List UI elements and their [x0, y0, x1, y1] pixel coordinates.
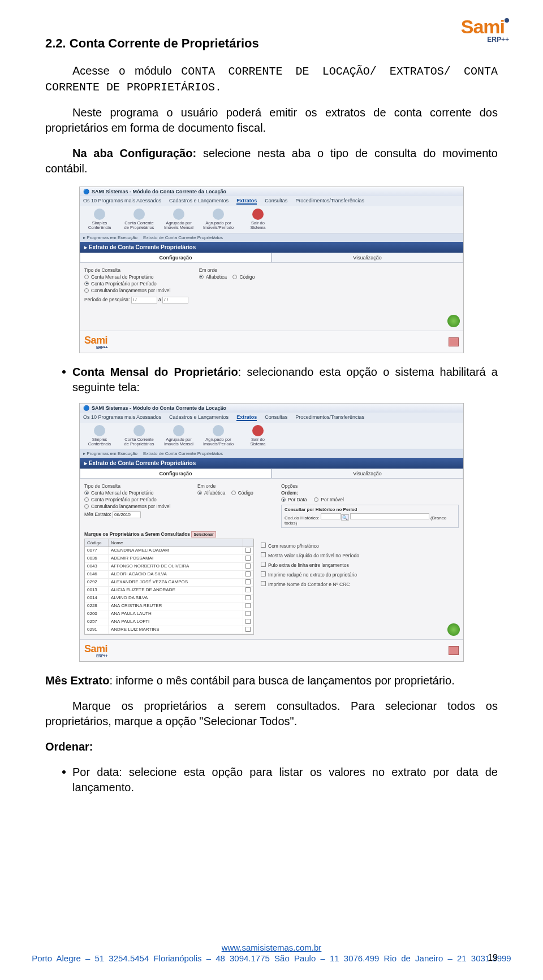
page-footer: www.samisistemas.com.br Porto Alegre – 5…	[0, 943, 543, 963]
footer-link[interactable]: www.samisistemas.com.br	[222, 943, 322, 952]
page-number: 19	[488, 953, 498, 963]
panel-title: ▸ Extrato de Conta Corrente Proprietário…	[80, 242, 463, 253]
menubar: Os 10 Programas mais Acessados Cadastros…	[80, 196, 463, 206]
confirm-icon	[447, 315, 460, 327]
screenshot-2: 🔵SAMI Sistemas - Módulo do Conta Corrent…	[79, 403, 464, 662]
ordenar-label: Ordenar:	[45, 739, 498, 754]
bullet-2: Por data: selecione esta opção para list…	[62, 765, 498, 795]
marque-para: Marque os proprietários a serem consulta…	[45, 699, 498, 729]
screenshot-1: 🔵SAMI Sistemas - Módulo do Conta Corrent…	[79, 187, 464, 353]
section-heading: 2.2. Conta Corrente de Proprietários	[45, 36, 498, 51]
exec-tabs: ▸ Programas em Execução Extrato de Conta…	[80, 233, 463, 242]
paragraph-2: Neste programa o usuário poderá emitir o…	[45, 105, 498, 136]
bullet-1: Conta Mensal do Proprietário: selecionan…	[62, 365, 498, 395]
window-title: 🔵SAMI Sistemas - Módulo do Conta Corrent…	[80, 187, 463, 196]
proceed-icon	[449, 337, 459, 346]
paragraph-3: Na aba Configuração: selecione nesta aba…	[45, 146, 498, 176]
mes-extrato-para: Mês Extrato: informe o mês contábil para…	[45, 673, 498, 688]
toolbar: SimplesConferência Conta Correntede Prop…	[80, 206, 463, 233]
paragraph-intro: Acesse o módulo CONTA CORRENTE DE LOCAÇÃ…	[45, 63, 498, 95]
subtabs: Configuração Visualização	[80, 253, 463, 263]
brand-logo: Sami ERP++	[461, 16, 509, 44]
proprietarios-table: CódigoNome 0077ACENDINA AMELIA DADAM0036…	[84, 539, 254, 635]
